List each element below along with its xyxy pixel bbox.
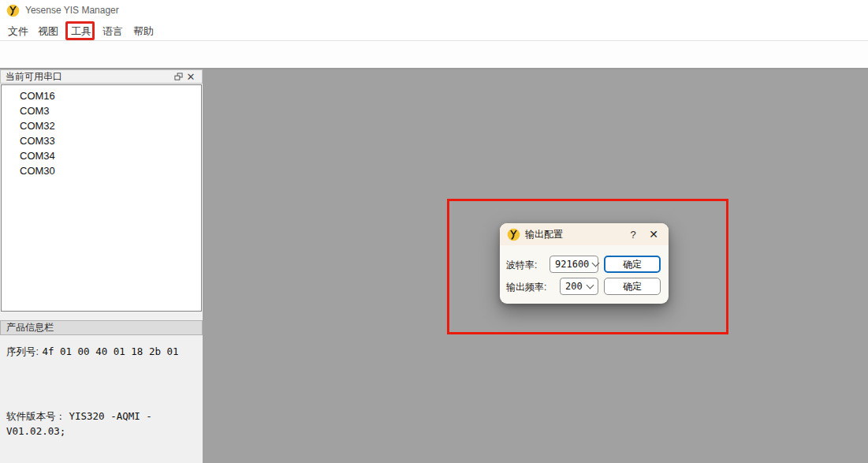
firmware-version-label: 软件版本号： bbox=[6, 411, 65, 422]
product-info-title: 产品信息栏 bbox=[6, 321, 54, 334]
serial-number-label: 序列号: bbox=[6, 346, 39, 357]
port-list-item[interactable]: COM3 bbox=[2, 103, 201, 118]
dialog-title-bar[interactable]: 输出配置 ? ✕ bbox=[500, 223, 669, 245]
chevron-down-icon bbox=[592, 259, 600, 267]
output-config-dialog: 输出配置 ? ✕ 波特率: 921600 确定 输出频率: 200 确定 bbox=[500, 223, 669, 304]
dialog-baud-label: 波特率: bbox=[506, 259, 537, 272]
ports-panel-title: 当前可用串口 bbox=[6, 70, 172, 84]
ports-panel-header: 当前可用串口 ✕ bbox=[0, 69, 203, 84]
menu-bar: 文件 视图 工具 语言 帮助 bbox=[0, 21, 868, 41]
close-panel-button[interactable]: ✕ bbox=[184, 71, 197, 82]
title-bar: Yesense YIS Manager bbox=[0, 0, 868, 21]
serial-ports-panel: 当前可用串口 ✕ COM16 COM3 COM32 COM33 COM34 CO… bbox=[0, 69, 203, 463]
float-window-icon bbox=[174, 73, 183, 81]
app-logo-icon bbox=[6, 4, 20, 17]
menu-tools[interactable]: 工具 bbox=[69, 24, 93, 39]
serial-number-row: 序列号: 4f 01 00 40 01 18 2b 01 bbox=[6, 344, 179, 359]
dialog-title: 输出配置 bbox=[525, 228, 624, 241]
dialog-close-button[interactable]: ✕ bbox=[642, 228, 665, 241]
dialog-logo-icon bbox=[507, 228, 520, 241]
port-list-item[interactable]: COM16 bbox=[2, 88, 201, 103]
port-list: COM16 COM3 COM32 COM33 COM34 COM30 bbox=[1, 84, 202, 312]
window-title: Yesense YIS Manager bbox=[25, 5, 119, 16]
close-x-icon: ✕ bbox=[187, 71, 196, 83]
dialog-freq-value: 200 bbox=[565, 281, 583, 292]
menu-language[interactable]: 语言 bbox=[101, 24, 125, 39]
toolbar: UTC COM16 波特率： 921600 关闭串口 bbox=[0, 41, 868, 69]
dialog-baud-select[interactable]: 921600 bbox=[549, 256, 598, 273]
port-list-item[interactable]: COM33 bbox=[2, 133, 201, 148]
menu-help[interactable]: 帮助 bbox=[132, 24, 155, 39]
dialog-baud-value: 921600 bbox=[555, 259, 589, 270]
firmware-version-row: 软件版本号： YIS320 -AQMI -V01.02.03; bbox=[6, 409, 203, 438]
float-panel-button[interactable] bbox=[172, 71, 184, 82]
port-list-item[interactable]: COM34 bbox=[2, 148, 201, 163]
product-info-header: 产品信息栏 bbox=[0, 320, 203, 335]
menu-file[interactable]: 文件 bbox=[6, 24, 30, 39]
dialog-freq-label: 输出频率: bbox=[506, 281, 546, 294]
dialog-baud-ok-button[interactable]: 确定 bbox=[604, 256, 661, 273]
serial-number-value: 4f 01 00 40 01 18 2b 01 bbox=[42, 345, 178, 357]
chevron-down-icon bbox=[587, 281, 594, 289]
dialog-help-button[interactable]: ? bbox=[624, 229, 642, 241]
dialog-freq-select[interactable]: 200 bbox=[560, 278, 598, 295]
port-list-item[interactable]: COM30 bbox=[2, 163, 201, 178]
port-list-item[interactable]: COM32 bbox=[2, 118, 201, 133]
dialog-freq-ok-button[interactable]: 确定 bbox=[604, 278, 661, 295]
menu-view[interactable]: 视图 bbox=[36, 24, 60, 39]
